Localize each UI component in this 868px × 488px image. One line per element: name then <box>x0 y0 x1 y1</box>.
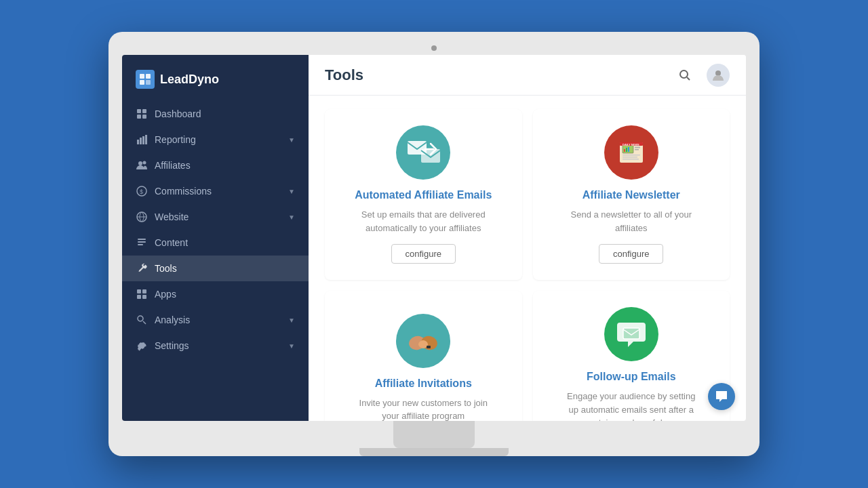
apps-label: Apps <box>155 289 176 300</box>
page-title: Tools <box>325 66 363 84</box>
analysis-icon <box>136 314 148 326</box>
affiliate-invitations-icon-circle <box>396 314 450 368</box>
svg-rect-11 <box>145 135 147 144</box>
commissions-label: Commissions <box>155 186 212 197</box>
svg-rect-46 <box>623 328 639 339</box>
automated-emails-icon-circle <box>396 125 450 180</box>
affiliates-label: Affiliates <box>155 160 191 171</box>
svg-rect-32 <box>624 149 625 152</box>
sidebar-item-affiliates[interactable]: Affiliates <box>122 152 309 178</box>
svg-rect-7 <box>142 115 146 119</box>
monitor-stand <box>393 421 475 448</box>
automated-emails-configure-btn[interactable]: configure <box>391 244 456 264</box>
svg-rect-33 <box>626 148 627 152</box>
affiliate-newsletter-icon-circle: DAILY NEWS <box>604 125 658 180</box>
svg-rect-36 <box>635 147 640 148</box>
reporting-icon <box>136 134 148 146</box>
svg-rect-1 <box>146 74 151 79</box>
apps-icon <box>136 288 148 300</box>
svg-rect-5 <box>142 109 146 113</box>
sidebar-item-apps[interactable]: Apps <box>122 281 309 307</box>
sidebar-item-analysis[interactable]: Analysis ▼ <box>122 307 309 333</box>
sidebar-item-tools[interactable]: Tools <box>122 256 309 281</box>
website-icon <box>136 211 148 223</box>
top-bar: Tools <box>309 55 746 96</box>
affiliate-newsletter-card: DAILY NEWS Affiliate Newsletter Send a n… <box>533 109 730 280</box>
svg-text:DAILY NEWS: DAILY NEWS <box>623 143 639 146</box>
monitor-screen: LeadDyno Dashboard Reporting ▼ <box>122 55 746 421</box>
svg-point-24 <box>138 316 143 321</box>
svg-rect-40 <box>623 159 639 160</box>
automated-emails-title: Automated Affiliate Emails <box>355 189 492 201</box>
settings-label: Settings <box>155 340 189 351</box>
svg-rect-37 <box>635 149 639 150</box>
followup-emails-card: Follow-up Emails Engage your audience by… <box>533 291 730 421</box>
svg-rect-39 <box>623 157 637 158</box>
monitor-base <box>359 448 509 456</box>
affiliate-newsletter-desc: Send a newsletter to all of your affilia… <box>564 208 699 235</box>
sidebar-item-dashboard[interactable]: Dashboard <box>122 101 309 127</box>
sidebar-item-website[interactable]: Website ▼ <box>122 204 309 230</box>
svg-rect-4 <box>137 109 141 113</box>
top-bar-actions <box>674 64 730 87</box>
sidebar-item-content[interactable]: Content <box>122 230 309 256</box>
affiliate-newsletter-title: Affiliate Newsletter <box>583 189 680 201</box>
dashboard-icon <box>136 108 148 120</box>
followup-emails-icon-circle <box>604 307 658 361</box>
svg-rect-45 <box>427 346 431 348</box>
sidebar-item-settings[interactable]: Settings ▼ <box>122 333 309 359</box>
sidebar: LeadDyno Dashboard Reporting ▼ <box>122 55 309 421</box>
cards-grid: Automated Affiliate Emails Set up emails… <box>309 96 746 421</box>
chat-support-button[interactable] <box>708 383 735 410</box>
svg-rect-0 <box>140 74 144 79</box>
logo-icon <box>136 70 155 89</box>
logo-text: LeadDyno <box>160 73 219 87</box>
svg-rect-3 <box>146 80 151 85</box>
tools-icon <box>136 262 148 274</box>
monitor-outer: LeadDyno Dashboard Reporting ▼ <box>108 32 760 456</box>
followup-emails-desc: Engage your audience by setting up autom… <box>564 390 699 421</box>
svg-rect-23 <box>142 295 146 299</box>
svg-rect-9 <box>140 138 142 144</box>
dashboard-label: Dashboard <box>155 108 201 119</box>
tools-label: Tools <box>155 263 177 274</box>
svg-rect-34 <box>628 147 629 152</box>
user-avatar-button[interactable] <box>707 64 730 87</box>
svg-rect-21 <box>142 289 146 293</box>
search-button[interactable] <box>674 64 696 86</box>
svg-rect-8 <box>137 140 139 144</box>
svg-point-25 <box>680 70 688 78</box>
automated-emails-card: Automated Affiliate Emails Set up emails… <box>325 109 522 280</box>
website-arrow: ▼ <box>288 214 295 221</box>
settings-arrow: ▼ <box>288 342 295 350</box>
svg-rect-20 <box>137 289 141 293</box>
main-wrapper: Tools <box>309 55 746 421</box>
svg-rect-19 <box>138 244 143 245</box>
svg-rect-18 <box>138 241 146 243</box>
svg-rect-2 <box>140 80 144 85</box>
followup-emails-title: Follow-up Emails <box>587 371 676 383</box>
sidebar-logo: LeadDyno <box>122 55 309 101</box>
sidebar-item-reporting[interactable]: Reporting ▼ <box>122 127 309 152</box>
affiliate-invitations-card: Affiliate Invitations Invite your new cu… <box>325 291 522 421</box>
content-label: Content <box>155 237 188 248</box>
svg-point-12 <box>138 161 142 165</box>
monitor-dot <box>431 45 437 51</box>
affiliate-invitations-title: Affiliate Invitations <box>375 378 472 390</box>
svg-rect-6 <box>137 115 141 119</box>
sidebar-item-commissions[interactable]: $ Commissions ▼ <box>122 178 309 204</box>
affiliate-newsletter-configure-btn[interactable]: configure <box>599 244 663 264</box>
commissions-icon: $ <box>136 185 148 197</box>
analysis-label: Analysis <box>155 314 190 325</box>
settings-icon <box>136 340 148 352</box>
svg-rect-17 <box>138 239 146 240</box>
reporting-label: Reporting <box>155 134 196 145</box>
analysis-arrow: ▼ <box>288 317 295 324</box>
affiliate-invitations-desc: Invite your new customers to join your a… <box>355 396 491 421</box>
svg-rect-28 <box>421 149 440 163</box>
website-label: Website <box>155 211 189 222</box>
svg-rect-38 <box>623 155 640 156</box>
content-icon <box>136 237 148 249</box>
commissions-arrow: ▼ <box>288 188 295 195</box>
reporting-arrow: ▼ <box>288 136 295 144</box>
